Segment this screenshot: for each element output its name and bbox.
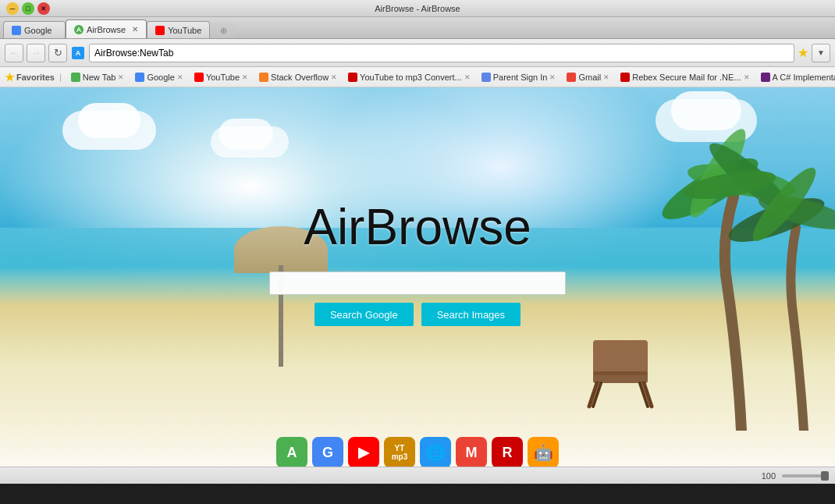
zoom-slider[interactable] [782, 474, 829, 477]
fav-google-close[interactable]: ✕ [177, 73, 183, 81]
close-button[interactable]: ✕ [37, 2, 50, 15]
fav-cs[interactable]: A C# Implementation of Mi... ✕ [756, 71, 835, 83]
search-google-button[interactable]: Search Google [314, 303, 414, 326]
fav-gmail-icon [567, 73, 576, 82]
search-box-container: Search Google Search Images [269, 272, 566, 326]
fav-parent-icon [481, 73, 491, 82]
robot-icon-label: 🤖 [534, 443, 553, 462]
app-icon-robot[interactable]: 🤖 [528, 437, 559, 468]
address-bar-row: ← → ↻ A ★ ▼ [0, 39, 835, 67]
star-icon: ★ [5, 71, 15, 83]
app-icon-airbrowse[interactable]: A [276, 437, 307, 468]
fav-cs-icon [761, 73, 770, 82]
fav-youtube[interactable]: YouTube ✕ [190, 71, 253, 83]
fav-gmail-label: Gmail [578, 73, 601, 82]
tab-google-favicon [12, 26, 21, 35]
page-favicon-icon: A [72, 47, 84, 59]
fav-rebex[interactable]: Rebex Secure Mail for .NE... ✕ [616, 71, 754, 83]
fav-youtube-label: YouTube [206, 73, 240, 82]
fav-google[interactable]: Google ✕ [130, 71, 187, 83]
favorites-separator: | [59, 73, 62, 82]
tab-youtube-label: YouTube [168, 26, 201, 35]
google-icon-label: G [322, 445, 333, 461]
tab-airbrowse-label: AirBrowse [87, 25, 126, 34]
page-content-overlay: AirBrowse Search Google Search Images [0, 87, 835, 484]
tab-airbrowse[interactable]: A AirBrowse ✕ [66, 20, 147, 38]
tab-airbrowse-favicon: A [74, 25, 84, 34]
fav-parent-label: Parent Sign In [493, 73, 548, 82]
fav-new-tab-close[interactable]: ✕ [118, 73, 124, 81]
bottom-icons-bar: A G ▶ YTmp3 🌐 M R 🤖 [276, 437, 559, 468]
fav-parent-close[interactable]: ✕ [549, 73, 556, 81]
tab-youtube-favicon [155, 26, 165, 35]
page-favicon: A [70, 45, 86, 61]
new-tab-icon: ⊕ [220, 26, 227, 36]
youtube-icon-label: ▶ [358, 444, 369, 461]
fav-stackoverflow-icon [259, 73, 268, 82]
window-title: AirBrowse - AirBrowse [53, 4, 782, 13]
zoom-level-text: 100 [762, 471, 776, 481]
minimize-button[interactable]: ─ [6, 2, 19, 15]
fav-new-tab[interactable]: New Tab ✕ [66, 71, 130, 83]
tab-google-label: Google [24, 26, 52, 35]
search-buttons: Search Google Search Images [314, 303, 521, 326]
title-bar: ─ □ ✕ AirBrowse - AirBrowse [0, 0, 835, 17]
favorites-star-button[interactable]: ★ [798, 45, 808, 60]
app-icon-google[interactable]: G [312, 437, 343, 468]
fav-youtube-close[interactable]: ✕ [242, 73, 248, 81]
fav-gmail-close[interactable]: ✕ [603, 73, 609, 81]
browser-content: AirBrowse Search Google Search Images A … [0, 87, 835, 484]
favorites-bar: ★ Favorites | New Tab ✕ Google ✕ YouTube… [0, 67, 835, 87]
fav-new-tab-icon [71, 73, 80, 82]
fav-parent[interactable]: Parent Sign In ✕ [477, 71, 561, 83]
ytmp3-icon-label: YTmp3 [392, 444, 408, 461]
fav-youtube-icon [194, 73, 204, 82]
fav-stackoverflow-label: Stack Overflow [271, 73, 329, 82]
favorites-label: ★ Favorites [5, 71, 55, 83]
search-input[interactable] [269, 272, 566, 295]
web-icon-label: 🌐 [426, 443, 446, 462]
fav-google-label: Google [147, 73, 174, 82]
app-icon-rebex[interactable]: R [492, 437, 523, 468]
fav-new-tab-label: New Tab [83, 73, 116, 82]
tab-google[interactable]: Google [3, 21, 66, 38]
fav-cs-label: A C# Implementation of Mi... [773, 73, 835, 82]
fav-rebex-icon [620, 73, 630, 82]
fav-rebex-label: Rebex Secure Mail for .NE... [632, 73, 741, 82]
tab-youtube[interactable]: YouTube [147, 21, 210, 38]
fav-ytmp3-icon [348, 73, 357, 82]
status-bar: 100 [0, 467, 835, 484]
fav-google-icon [135, 73, 144, 82]
gmail-icon-label: M [466, 445, 478, 461]
app-icon-web[interactable]: 🌐 [420, 437, 451, 468]
forward-button[interactable]: → [27, 44, 45, 62]
zoom-thumb [821, 471, 829, 481]
new-tab-space: ⊕ [211, 23, 235, 38]
refresh-button[interactable]: ↻ [48, 44, 67, 62]
fav-so-close[interactable]: ✕ [331, 73, 337, 81]
airbrowse-icon-label: A [287, 445, 297, 461]
fav-stackoverflow[interactable]: Stack Overflow ✕ [254, 71, 342, 83]
app-icon-gmail[interactable]: M [456, 437, 487, 468]
app-icon-ytmp3[interactable]: YTmp3 [384, 437, 415, 468]
fav-ytmp3[interactable]: YouTube to mp3 Convert... ✕ [343, 71, 475, 83]
back-button[interactable]: ← [5, 44, 23, 62]
maximize-button[interactable]: □ [22, 2, 34, 15]
address-input[interactable] [89, 44, 794, 62]
tab-airbrowse-close[interactable]: ✕ [132, 25, 138, 34]
rebex-icon-label: R [503, 445, 513, 461]
tab-bar: Google A AirBrowse ✕ YouTube ⊕ [0, 17, 835, 39]
zoom-control [782, 474, 829, 477]
app-icon-youtube[interactable]: ▶ [348, 437, 379, 468]
site-title: AirBrowse [304, 198, 531, 256]
fav-rebex-close[interactable]: ✕ [744, 73, 750, 81]
fav-gmail[interactable]: Gmail ✕ [562, 71, 614, 83]
address-dropdown-button[interactable]: ▼ [812, 44, 830, 62]
fav-ytmp3-label: YouTube to mp3 Convert... [360, 73, 462, 82]
search-images-button[interactable]: Search Images [421, 303, 521, 326]
fav-ytmp3-close[interactable]: ✕ [464, 73, 471, 81]
